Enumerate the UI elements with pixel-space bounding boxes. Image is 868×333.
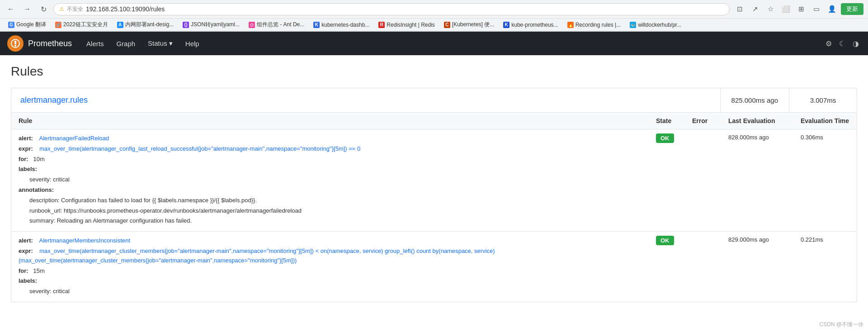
rule-eval-time-cell: 0.306ms [793,129,857,232]
contrast-icon-btn[interactable]: ◑ [851,38,861,50]
rule-expr-val: max_over_time(alertmanager_cluster_membe… [19,247,495,264]
address-bar[interactable]: ⚠ 不安全 192.168.25.100:19090/rules [53,3,730,15]
rule-for-key: for: [19,156,28,162]
table-row: alert: AlertmanagerMembersInconsistent e… [11,232,857,302]
browser-chrome: ← → ↻ ⚠ 不安全 192.168.25.100:19090/rules ⊡… [0,0,868,32]
theme-icon-btn[interactable]: ☾ [837,38,847,50]
rule-for-val: 10m [33,156,45,162]
security-icon: ⚠ [59,6,64,12]
rule-detail-cell: alert: AlertmanagerFailedReload expr: ma… [11,129,649,232]
bookmark-label: 内网部署ant-desig... [125,21,174,29]
rule-labels-header: labels: [19,165,642,174]
bookmark-item[interactable]: RRedisInsight | Redis [375,21,439,29]
bookmark-label: willdockerhub/pr... [638,22,681,28]
rule-state-cell: OK [649,129,685,232]
table-header-row: Rule State Error Last Evaluation Evaluat… [11,113,857,129]
th-error: Error [685,113,721,129]
bookmark-label: RedisInsight | Redis [387,22,435,28]
th-state: State [649,113,685,129]
bookmark-item[interactable]: C[Kubernetes] 便... [440,20,498,29]
nav-alerts[interactable]: Alerts [81,36,109,51]
rule-expr-key: expr: [19,247,33,254]
back-button[interactable]: ← [5,3,17,15]
bookmark-label: 2022链工宝安全月 [63,21,108,29]
rule-labels-val: severity: critical [19,175,642,185]
bookmark-item[interactable]: Kkubernetes-dashb... [310,21,373,29]
rule-alert-line: alert: AlertmanagerFailedReload [19,134,642,143]
rules-table: Rule State Error Last Evaluation Evaluat… [11,113,857,302]
rule-eval-time-cell: 0.221ms [793,232,857,302]
bookmark-item[interactable]: GGoogle 翻译 [5,20,50,29]
account-icon-btn[interactable]: ⬜ [779,3,792,15]
svg-rect-1 [14,41,16,44]
rule-group-header: alertmanager.rules 825.000ms ago 3.007ms [11,88,857,113]
rule-annotation-item: description: Configuration has failed to… [19,196,642,205]
nav-graph[interactable]: Graph [111,36,141,51]
rule-group-last-eval: 825.000ms ago [720,88,789,112]
bookmark-label: 组件总览 - Ant De... [257,21,304,29]
main-content: Rules alertmanager.rules 825.000ms ago 3… [0,55,868,311]
bookmark-item[interactable]: 🐳willdockerhub/pr... [626,21,685,29]
bookmark-label: JSON转yaml|yaml... [191,21,240,29]
prometheus-nav: Prometheus Alerts Graph Status ▾ Help ⚙ … [0,32,868,55]
profile-icon-btn[interactable]: 👤 [826,3,838,15]
rule-for-key: for: [19,267,28,274]
rule-labels-key: labels: [19,277,37,284]
nav-help[interactable]: Help [180,36,205,51]
refresh-button[interactable]: ↻ [37,3,50,15]
state-badge: OK [656,236,674,245]
update-button[interactable]: 更新 [841,3,863,15]
bookmark-item[interactable]: {}JSON转yaml|yaml... [179,20,243,29]
svg-point-2 [14,45,16,47]
bookmarks-bar: GGoogle 翻译🔗2022链工宝安全月A内网部署ant-desig...{}… [0,18,868,31]
bookmark-item[interactable]: 🔥Recording rules |... [564,21,625,29]
rule-labels-header: labels: [19,276,642,286]
bookmark-item[interactable]: ◇组件总览 - Ant De... [245,20,308,29]
rule-detail-cell: alert: AlertmanagerMembersInconsistent e… [11,232,649,302]
window-icon-btn[interactable]: ▭ [810,3,823,15]
rule-for-line: for: 10m [19,155,642,164]
bookmark-icon-btn[interactable]: ☆ [764,3,777,15]
rule-alert-key: alert: [19,135,33,142]
share-icon-btn[interactable]: ↗ [749,3,761,15]
address-text: 192.168.25.100:19090/rules [86,5,724,13]
page-title: Rules [11,64,857,79]
rule-state-cell: OK [649,232,685,302]
rule-group-name[interactable]: alertmanager.rules [11,88,720,112]
rule-group-eval-time: 3.007ms [789,88,857,112]
rule-annotations-header: annotations: [19,186,642,195]
bookmark-label: kubernetes-dashb... [321,22,369,28]
bookmark-item[interactable]: 🔗2022链工宝安全月 [52,20,112,29]
prom-logo-text: Prometheus [28,39,72,48]
th-evaluation-time: Evaluation Time [793,113,857,129]
rule-for-val: 15m [33,267,45,274]
security-warning-text: 不安全 [67,5,83,13]
bookmark-label: Recording rules |... [576,22,621,28]
nav-status[interactable]: Status ▾ [142,36,178,51]
rule-expr-line: expr: max_over_time(alertmanager_config_… [19,144,642,154]
rule-for-line: for: 15m [19,266,642,276]
extensions-icon-btn[interactable]: ⊞ [795,3,807,15]
prom-logo: Prometheus [7,35,72,52]
rule-error-cell [685,129,721,232]
bookmark-item[interactable]: Kkube-prometheus... [500,21,561,29]
rule-alert-name[interactable]: AlertmanagerFailedReload [39,135,109,142]
bookmark-label: [Kubernetes] 便... [452,21,494,29]
browser-right-icons: ⊡ ↗ ☆ ⬜ ⊞ ▭ 👤 更新 [733,3,863,15]
settings-icon-btn[interactable]: ⚙ [824,38,834,50]
rule-alert-name[interactable]: AlertmanagerMembersInconsistent [39,237,131,244]
rule-alert-key: alert: [19,237,33,244]
rules-container: alertmanager.rules 825.000ms ago 3.007ms… [11,88,857,302]
cast-icon-btn[interactable]: ⊡ [733,3,746,15]
rule-last-eval-cell: 828.000ms ago [721,129,793,232]
bookmark-label: Google 翻译 [16,21,46,29]
th-rule: Rule [11,113,649,129]
bookmark-item[interactable]: A内网部署ant-desig... [113,20,177,29]
forward-button[interactable]: → [21,3,33,15]
rule-annotation-item: summary: Reloading an Alertmanager confi… [19,216,642,226]
rule-labels-val: severity: critical [19,287,642,296]
prom-nav-icons: ⚙ ☾ ◑ [824,38,861,50]
rule-annotations-key: annotations: [19,186,54,193]
state-badge: OK [656,133,674,143]
rule-labels-key: labels: [19,166,37,172]
